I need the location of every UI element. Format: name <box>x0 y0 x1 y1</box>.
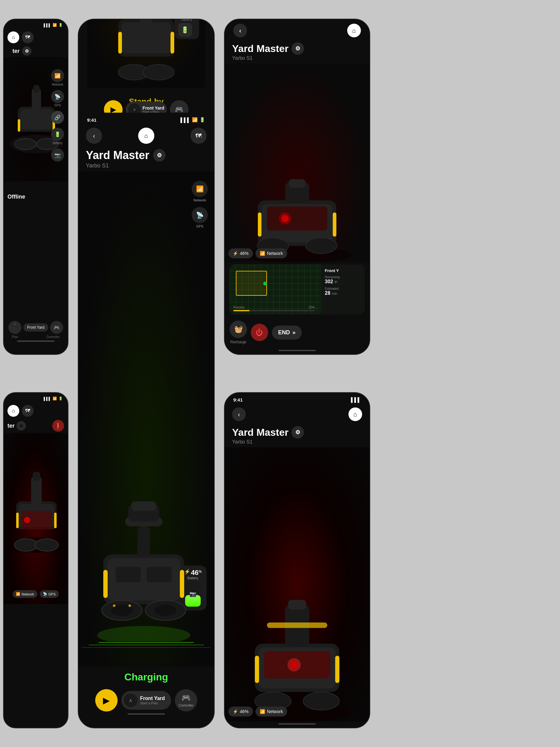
play-btn-standby[interactable]: ▶ <box>104 100 123 113</box>
gps-icon-left[interactable]: 📡 <box>51 90 64 103</box>
gps-chip-lb: 📡 GPS <box>40 590 59 598</box>
svg-rect-58 <box>255 656 259 683</box>
controller-icon-standby: 🎮 <box>175 105 183 113</box>
status-bar-main: 9:41 ▌▌▌ 📶 🔋 <box>78 113 214 125</box>
device-name-rb: Yard Master <box>232 427 288 438</box>
map-info-panel-rt: Front Y Remaining 302 ft² Estimated 28 <box>321 264 365 314</box>
svg-rect-66 <box>288 600 306 610</box>
home-button-left-top[interactable]: ⌂ <box>7 31 19 43</box>
map-process-rt: Process 20% <box>233 306 315 311</box>
robot-svg-rb <box>224 566 370 721</box>
side-icons-left-top: 📶 Network 📡 GPS 🔗 🔋 Battery <box>51 69 64 161</box>
map-zone-title-rt: Front Y <box>325 268 361 273</box>
network-icon-left[interactable]: 📶 <box>51 69 64 82</box>
home-button-main[interactable]: ⌂ <box>138 128 154 144</box>
camera-icon-left[interactable]: 📷 <box>51 149 64 161</box>
back-button-rt[interactable]: ‹ <box>233 24 247 37</box>
battery-icon-lb: 🔋 <box>58 396 63 401</box>
network-btn-main[interactable]: 📶 <box>192 181 208 197</box>
standby-top-section: ⚡ 46% Battery 🔋 Stand-by <box>78 19 214 113</box>
map-button-left-top[interactable]: 🗺 <box>22 31 34 43</box>
end-button-rt[interactable]: END » <box>272 326 302 340</box>
controller-button-main[interactable]: 🎮 Controller <box>175 689 197 712</box>
zone-name-standby: Front Yard <box>142 105 164 110</box>
svg-rect-2 <box>20 109 53 129</box>
svg-rect-12 <box>16 513 19 528</box>
power-button-rt[interactable]: ⏻ <box>251 324 268 341</box>
link-icon-left[interactable]: 🔗 <box>51 111 64 124</box>
gear-button-main[interactable]: ⚙ <box>153 149 165 161</box>
battery-icon-standby: 🔋 <box>178 23 192 37</box>
svg-rect-59 <box>335 656 340 683</box>
svg-point-5 <box>15 138 36 150</box>
app-layout: ▌▌▌ 📶 🔋 ⌂ 🗺 ter ⚙ <box>0 0 560 747</box>
standby-controls: ▶ ∧ Front Yard Start a Plan 🎮 <box>78 100 214 113</box>
bottom-chevron-left[interactable]: ∧ <box>8 321 22 334</box>
controller-btn-left[interactable]: 🎮 <box>50 321 63 334</box>
home-button-left-bottom[interactable]: ⌂ <box>7 405 19 417</box>
map-area-rt: Front Y Remaining 302 ft² Estimated 28 <box>230 264 365 314</box>
map-button-main[interactable]: 🗺 <box>190 128 207 144</box>
basket-icon-rt: 🧺 <box>230 320 247 338</box>
camera-icon-item-left: 📷 <box>51 149 64 161</box>
estimated-value-rt: 28 <box>325 290 330 296</box>
end-label-rt: END <box>278 329 290 336</box>
device-name-rt: Yard Master <box>232 43 288 54</box>
controller-label-main: Controller <box>179 703 193 707</box>
nav-bar-main: ‹ ⌂ 🗺 <box>78 125 214 146</box>
svg-rect-35 <box>131 501 156 511</box>
wifi-icon-chip: 📶 <box>16 592 20 596</box>
phone-left-bottom: ▌▌▌ 📶 🔋 ⌂ 🗺 ter ⚙ 🚶 <box>3 392 69 728</box>
device-name-left-bottom: ter <box>7 423 15 429</box>
controller-label-left: Controller <box>46 335 60 339</box>
gear-button-left-bottom[interactable]: ⚙ <box>17 421 26 431</box>
gear-button-rt[interactable]: ⚙ <box>292 42 304 55</box>
network-chip-rb: 📶 Network <box>256 706 287 717</box>
wifi-icon-lb: 📶 <box>53 396 57 401</box>
left-column: ▌▌▌ 📶 🔋 ⌂ 🗺 ter ⚙ <box>0 0 72 747</box>
plan-label-left: Plan <box>12 335 18 339</box>
svg-point-50 <box>282 215 289 222</box>
svg-rect-26 <box>140 19 153 26</box>
remaining-row-rt: Remaining 302 ft² <box>325 276 361 284</box>
glow-line-1 <box>99 642 193 643</box>
person-icon-left[interactable]: 🚶 <box>52 420 64 432</box>
zone-btn-standby[interactable]: ∧ Front Yard Start a Plan <box>126 101 167 113</box>
device-name-main: Yard Master <box>86 149 149 162</box>
robot-area-rt: ⚡ 46% 📶 Network <box>224 63 370 262</box>
home-pill-rt <box>278 350 316 351</box>
front-yard-btn-left[interactable]: Front Yard <box>23 324 48 332</box>
home-button-rb[interactable]: ⌂ <box>348 407 362 421</box>
home-button-rt[interactable]: ⌂ <box>347 24 361 37</box>
controller-btn-standby[interactable]: 🎮 <box>170 100 189 113</box>
side-icons-main: 📶 Network 📡 GPS <box>192 181 208 228</box>
map-button-left-bottom[interactable]: 🗺 <box>22 405 34 417</box>
battery-icon-item-left: 🔋 Battery <box>51 128 64 145</box>
standby-robot-area: ⚡ 46% Battery 🔋 <box>87 19 205 88</box>
glow-line-3 <box>82 647 211 648</box>
battery-label-left: Battery <box>51 141 64 145</box>
phone-right-top: ‹ ⌂ Yard Master ⚙ Yarbo S1 <box>224 19 370 355</box>
device-header-left-bottom: ter ⚙ 🚶 <box>4 419 68 433</box>
process-label-rt: Process <box>233 306 244 309</box>
gps-btn-main[interactable]: 📡 <box>192 207 208 223</box>
play-button-main[interactable]: ▶ <box>95 689 117 712</box>
gear-button-rb[interactable]: ⚙ <box>292 426 304 439</box>
signal-rb: ▌▌▌ <box>351 397 361 403</box>
back-button-main[interactable]: ‹ <box>86 128 102 144</box>
back-button-rb[interactable]: ‹ <box>232 407 246 421</box>
recharge-button-rt[interactable]: 🧺 Recharge <box>230 320 247 344</box>
svg-point-15 <box>35 539 58 551</box>
device-header-main: Yard Master ⚙ Yarbo S1 <box>78 146 214 172</box>
glow-line-2 <box>89 645 204 645</box>
network-label-main: Network <box>193 198 206 202</box>
zone-name-main: Front Yard <box>140 696 165 701</box>
battery-icon-left[interactable]: 🔋 <box>51 128 64 141</box>
estimated-row-rt: Estimated 28 min <box>325 287 361 296</box>
bolt-icon-rt: ⚡ <box>233 251 238 256</box>
status-bar-rb: 9:41 ▌▌▌ <box>224 393 370 405</box>
right-column: ‹ ⌂ Yard Master ⚙ Yarbo S1 <box>221 0 373 747</box>
svg-point-25 <box>143 65 174 80</box>
zone-button-main[interactable]: ∧ Front Yard Start a Plan <box>121 691 171 710</box>
gear-button-left-top[interactable]: ⚙ <box>22 46 31 56</box>
